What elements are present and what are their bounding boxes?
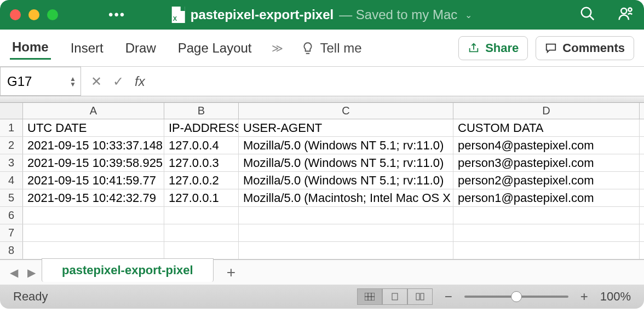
comment-icon — [545, 42, 557, 54]
table-row: 8 — [0, 242, 644, 259]
cell[interactable]: Mozilla/5.0 (Windows NT 5.1; rv:11.0) — [239, 137, 453, 154]
cell[interactable]: IP-ADDRESS — [164, 119, 239, 136]
row-header[interactable]: 4 — [0, 172, 23, 189]
cell[interactable]: 2021-09-15 10:41:59.77 — [23, 172, 164, 189]
col-header-B[interactable]: B — [164, 103, 239, 119]
sheet-tab-bar: ◀ ▶ pastepixel-export-pixel + — [0, 259, 644, 285]
cell[interactable] — [453, 242, 640, 259]
cell[interactable]: USER-AGENT — [239, 119, 453, 136]
cell[interactable] — [453, 207, 640, 224]
svg-rect-10 — [421, 293, 424, 300]
close-window-button[interactable] — [10, 9, 21, 20]
name-box[interactable]: G17 ▲▼ — [0, 67, 81, 96]
cell[interactable]: Mozilla/5.0 (Macintosh; Intel Mac OS X — [239, 189, 453, 206]
cell[interactable] — [23, 242, 164, 259]
cell[interactable]: person3@pastepixel.com — [453, 154, 640, 171]
col-header-D[interactable]: D — [453, 103, 640, 119]
cell[interactable]: person1@pastepixel.com — [453, 189, 640, 206]
cell[interactable] — [164, 242, 239, 259]
sheet-nav-next[interactable]: ▶ — [24, 266, 38, 279]
tab-page-layout[interactable]: Page Layout — [176, 37, 254, 59]
cell[interactable]: person4@pastepixel.com — [453, 137, 640, 154]
row-header[interactable]: 6 — [0, 207, 23, 224]
zoom-out-button[interactable]: − — [445, 289, 452, 304]
ribbon: Home Insert Draw Page Layout ≫ Tell me S… — [0, 30, 644, 67]
cell[interactable]: Mozilla/5.0 (Windows NT 5.1; rv:11.0) — [239, 172, 453, 189]
formula-bar-row: G17 ▲▼ ✕ ✓ fx — [0, 67, 644, 96]
add-sheet-button[interactable]: + — [227, 264, 235, 281]
search-button[interactable] — [579, 5, 596, 24]
view-normal-button[interactable] — [357, 288, 382, 305]
row-header[interactable]: 3 — [0, 154, 23, 171]
tab-home[interactable]: Home — [10, 36, 51, 60]
account-button[interactable] — [618, 5, 634, 24]
tell-me-label: Tell me — [320, 40, 362, 56]
zoom-slider[interactable] — [464, 296, 568, 298]
cell[interactable]: 2021-09-15 10:33:37.148 — [23, 137, 164, 154]
cell[interactable]: 2021-09-15 10:39:58.925 — [23, 154, 164, 171]
bulb-icon — [301, 41, 315, 55]
comments-button[interactable]: Comments — [536, 36, 634, 60]
cell[interactable] — [239, 242, 453, 259]
cell[interactable]: Mozilla/5.0 (Windows NT 5.1; rv:11.0) — [239, 154, 453, 171]
cell[interactable]: 127.0.0.4 — [164, 137, 239, 154]
cell[interactable] — [164, 207, 239, 224]
cell[interactable] — [453, 224, 640, 241]
view-buttons — [357, 288, 433, 305]
formula-input[interactable] — [156, 74, 634, 89]
table-row: 6 — [0, 207, 644, 224]
column-headers: A B C D — [0, 103, 644, 119]
chevron-down-icon: ⌄ — [465, 10, 472, 20]
row-header[interactable]: 8 — [0, 242, 23, 259]
tell-me-button[interactable]: Tell me — [301, 40, 362, 56]
cell[interactable]: UTC DATE — [23, 119, 164, 136]
row-header[interactable]: 5 — [0, 189, 23, 206]
cell[interactable]: 127.0.0.3 — [164, 154, 239, 171]
cell[interactable]: 2021-09-15 10:42:32.79 — [23, 189, 164, 206]
ribbon-more-icon[interactable]: ≫ — [272, 42, 283, 55]
accept-formula-icon[interactable]: ✓ — [113, 74, 124, 89]
tab-draw[interactable]: Draw — [123, 37, 158, 59]
cell[interactable] — [164, 224, 239, 241]
row-header[interactable]: 1 — [0, 119, 23, 136]
minimize-window-button[interactable] — [28, 9, 39, 20]
grid-top-edge — [0, 96, 644, 103]
view-page-layout-button[interactable] — [382, 288, 407, 305]
share-button[interactable]: Share — [458, 36, 528, 60]
cell[interactable]: 127.0.0.1 — [164, 189, 239, 206]
cell[interactable]: person2@pastepixel.com — [453, 172, 640, 189]
cell[interactable] — [23, 224, 164, 241]
select-all-corner[interactable] — [0, 103, 23, 119]
view-page-break-button[interactable] — [407, 288, 433, 305]
document-title[interactable]: X pastepixel-export-pixel — Saved to my … — [172, 7, 473, 23]
cancel-formula-icon[interactable]: ✕ — [91, 74, 102, 89]
row-header[interactable]: 7 — [0, 224, 23, 241]
fx-icon[interactable]: fx — [135, 74, 145, 89]
cell[interactable] — [239, 224, 453, 241]
status-bar: Ready − + 100% — [0, 285, 644, 309]
fullscreen-window-button[interactable] — [47, 9, 58, 20]
namebox-spinner[interactable]: ▲▼ — [70, 76, 76, 87]
toolbar-overflow-button[interactable]: ••• — [108, 7, 125, 22]
filename-label: pastepixel-export-pixel — [191, 7, 334, 22]
tab-insert[interactable]: Insert — [68, 37, 106, 59]
col-header-C[interactable]: C — [239, 103, 453, 119]
zoom-in-button[interactable]: + — [580, 289, 588, 304]
row-header[interactable]: 2 — [0, 137, 23, 154]
table-row: 7 — [0, 224, 644, 242]
svg-point-2 — [621, 8, 626, 14]
zoom-slider-knob[interactable] — [511, 291, 522, 302]
cell[interactable]: CUSTOM DATA — [453, 119, 640, 136]
cell[interactable] — [23, 207, 164, 224]
svg-rect-9 — [416, 293, 419, 300]
sheet-tab-active[interactable]: pastepixel-export-pixel — [42, 258, 214, 282]
comments-label: Comments — [562, 41, 625, 55]
share-icon — [468, 42, 480, 54]
col-header-A[interactable]: A — [23, 103, 164, 119]
spreadsheet-grid[interactable]: A B C D 1UTC DATEIP-ADDRESSUSER-AGENTCUS… — [0, 96, 644, 259]
cell[interactable]: 127.0.0.2 — [164, 172, 239, 189]
window-controls — [10, 9, 58, 20]
sheet-nav-prev[interactable]: ◀ — [7, 266, 21, 279]
table-row: 42021-09-15 10:41:59.77127.0.0.2Mozilla/… — [0, 172, 644, 189]
cell[interactable] — [239, 207, 453, 224]
